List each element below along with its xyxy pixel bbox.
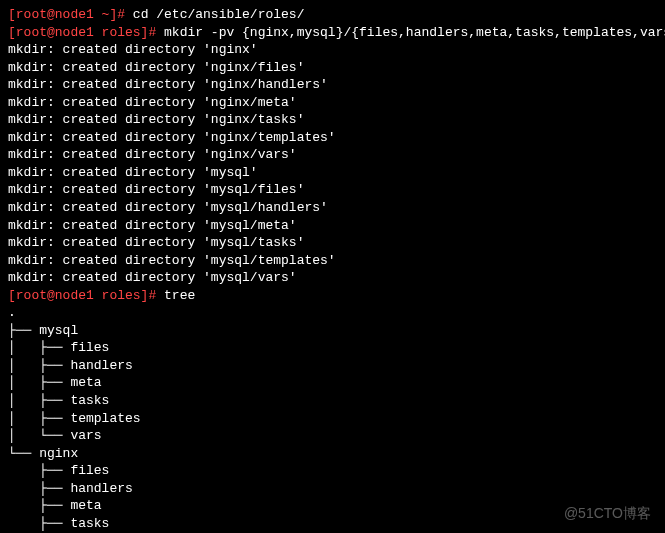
tree-output-block: .├── mysql│ ├── files│ ├── handlers│ ├──… xyxy=(8,304,657,533)
command-text: tree xyxy=(164,288,195,303)
mkdir-output-line: mkdir: created directory 'mysql/meta' xyxy=(8,217,657,235)
mkdir-output-line: mkdir: created directory 'mysql/tasks' xyxy=(8,234,657,252)
mkdir-output-line: mkdir: created directory 'mysql' xyxy=(8,164,657,182)
tree-output-line: ├── meta xyxy=(8,497,657,515)
tree-output-line: ├── handlers xyxy=(8,480,657,498)
tree-output-line: │ ├── meta xyxy=(8,374,657,392)
terminal-output[interactable]: [root@node1 ~]# cd /etc/ansible/roles/ [… xyxy=(8,6,657,533)
tree-output-line: │ ├── templates xyxy=(8,410,657,428)
prompt-user: [root@node1 roles]# xyxy=(8,25,164,40)
mkdir-output-line: mkdir: created directory 'mysql/vars' xyxy=(8,269,657,287)
mkdir-output-line: mkdir: created directory 'nginx/files' xyxy=(8,59,657,77)
tree-output-line: ├── files xyxy=(8,462,657,480)
prompt-line-2: [root@node1 roles]# mkdir -pv {nginx,mys… xyxy=(8,24,657,42)
mkdir-output-line: mkdir: created directory 'nginx/tasks' xyxy=(8,111,657,129)
tree-output-line: ├── tasks xyxy=(8,515,657,533)
tree-output-line: │ ├── handlers xyxy=(8,357,657,375)
watermark-text: @51CTO博客 xyxy=(564,504,651,523)
mkdir-output-line: mkdir: created directory 'nginx/template… xyxy=(8,129,657,147)
mkdir-output-line: mkdir: created directory 'mysql/handlers… xyxy=(8,199,657,217)
mkdir-output-line: mkdir: created directory 'nginx/handlers… xyxy=(8,76,657,94)
mkdir-output-line: mkdir: created directory 'nginx/vars' xyxy=(8,146,657,164)
tree-output-line: │ └── vars xyxy=(8,427,657,445)
mkdir-output-line: mkdir: created directory 'mysql/template… xyxy=(8,252,657,270)
prompt-line-1: [root@node1 ~]# cd /etc/ansible/roles/ xyxy=(8,6,657,24)
tree-output-line: │ ├── tasks xyxy=(8,392,657,410)
tree-output-line: ├── mysql xyxy=(8,322,657,340)
prompt-line-3: [root@node1 roles]# tree xyxy=(8,287,657,305)
tree-output-line: └── nginx xyxy=(8,445,657,463)
mkdir-output-block: mkdir: created directory 'nginx'mkdir: c… xyxy=(8,41,657,287)
tree-output-line: . xyxy=(8,304,657,322)
prompt-user: [root@node1 ~]# xyxy=(8,7,133,22)
command-text: cd /etc/ansible/roles/ xyxy=(133,7,305,22)
mkdir-output-line: mkdir: created directory 'nginx/meta' xyxy=(8,94,657,112)
tree-output-line: │ ├── files xyxy=(8,339,657,357)
mkdir-output-line: mkdir: created directory 'nginx' xyxy=(8,41,657,59)
prompt-user: [root@node1 roles]# xyxy=(8,288,164,303)
mkdir-output-line: mkdir: created directory 'mysql/files' xyxy=(8,181,657,199)
command-text: mkdir -pv {nginx,mysql}/{files,handlers,… xyxy=(164,25,665,40)
